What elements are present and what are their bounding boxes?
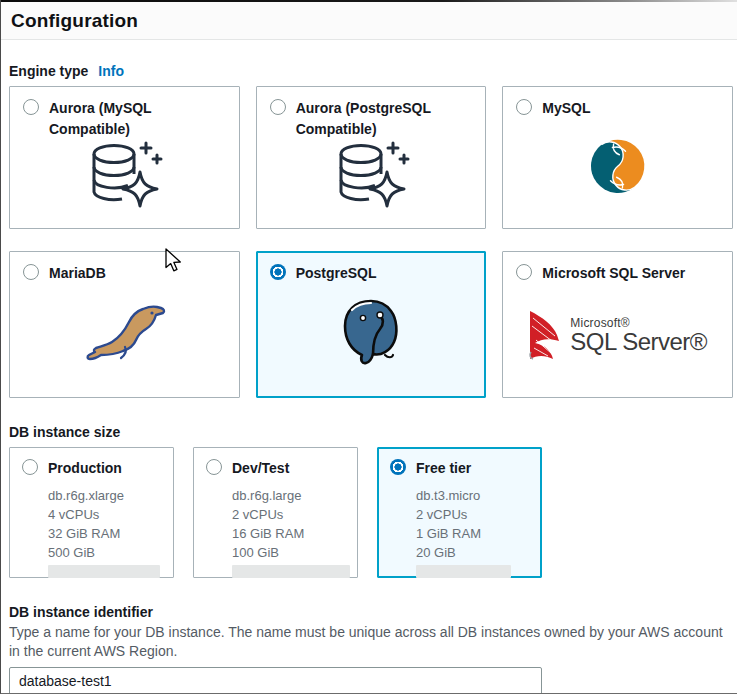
- db-instance-size-label: DB instance size: [9, 424, 733, 440]
- spec-instance-class: db.r6g.xlarge: [48, 486, 161, 505]
- radio-mariadb[interactable]: [23, 264, 39, 280]
- spec-vcpus: 2 vCPUs: [232, 505, 345, 524]
- radio-production[interactable]: [22, 459, 38, 475]
- radio-aurora-postgresql[interactable]: [270, 99, 286, 115]
- redacted-price-text: [232, 565, 350, 578]
- db-instance-identifier-label: DB instance identifier: [9, 604, 733, 620]
- size-option-label: Free tier: [416, 458, 471, 479]
- size-option-dev-test[interactable]: Dev/Test db.r6g.large 2 vCPUs 16 GiB RAM…: [193, 447, 358, 578]
- engine-option-label: Aurora (MySQL Compatible): [49, 98, 226, 140]
- engine-option-label: Aurora (PostgreSQL Compatible): [296, 98, 473, 140]
- radio-aurora-mysql[interactable]: [23, 99, 39, 115]
- spec-ram: 1 GiB RAM: [416, 524, 529, 543]
- size-option-label: Production: [48, 458, 122, 479]
- engine-option-mysql[interactable]: MySQL: [502, 86, 733, 229]
- mysql-dolphin-icon: [589, 137, 647, 199]
- page-title: Configuration: [11, 10, 727, 32]
- sqlserver-product-text: SQL Server®: [570, 330, 707, 354]
- sqlserver-brand-text: Microsoft®: [570, 317, 707, 329]
- engine-option-aurora-mysql[interactable]: Aurora (MySQL Compatible): [9, 86, 240, 229]
- spec-instance-class: db.t3.micro: [416, 486, 529, 505]
- size-option-label: Dev/Test: [232, 458, 289, 479]
- aurora-icon: [84, 140, 164, 218]
- engine-option-label: MySQL: [542, 98, 590, 119]
- configuration-header: Configuration: [1, 2, 737, 40]
- db-instance-identifier-input[interactable]: [9, 667, 542, 694]
- engine-type-options: Aurora (MySQL Compatible): [9, 86, 733, 398]
- spec-instance-class: db.r6g.large: [232, 486, 345, 505]
- spec-storage: 20 GiB: [416, 543, 529, 562]
- spec-storage: 100 GiB: [232, 543, 345, 562]
- engine-option-label: PostgreSQL: [296, 263, 377, 284]
- redacted-price-text: [416, 565, 511, 578]
- spec-storage: 500 GiB: [48, 543, 161, 562]
- engine-option-label: Microsoft SQL Server: [542, 263, 685, 284]
- engine-option-postgresql[interactable]: PostgreSQL: [256, 251, 487, 398]
- postgresql-elephant-icon: [338, 298, 404, 372]
- size-option-free-tier[interactable]: Free tier db.t3.micro 2 vCPUs 1 GiB RAM …: [377, 447, 542, 578]
- engine-type-label: Engine type: [9, 63, 88, 79]
- engine-option-mariadb[interactable]: MariaDB: [9, 251, 240, 398]
- redacted-price-text: [48, 565, 160, 578]
- engine-option-sqlserver[interactable]: Microsoft SQL Server Microsoft® SQL Serv…: [502, 251, 733, 398]
- sqlserver-logo-icon: Microsoft® SQL Server®: [528, 310, 707, 360]
- radio-free-tier[interactable]: [390, 459, 406, 475]
- spec-ram: 32 GiB RAM: [48, 524, 161, 543]
- engine-option-label: MariaDB: [49, 263, 106, 284]
- db-instance-size-options: Production db.r6g.xlarge 4 vCPUs 32 GiB …: [9, 447, 733, 578]
- db-instance-identifier-description: Type a name for your DB instance. The na…: [9, 623, 733, 661]
- aurora-icon: [331, 140, 411, 218]
- radio-postgresql[interactable]: [270, 264, 286, 280]
- mariadb-sealion-icon: [76, 301, 172, 369]
- spec-vcpus: 2 vCPUs: [416, 505, 529, 524]
- radio-sqlserver[interactable]: [516, 264, 532, 280]
- spec-ram: 16 GiB RAM: [232, 524, 345, 543]
- radio-mysql[interactable]: [516, 99, 532, 115]
- radio-dev-test[interactable]: [206, 459, 222, 475]
- size-option-production[interactable]: Production db.r6g.xlarge 4 vCPUs 32 GiB …: [9, 447, 174, 578]
- engine-type-info-link[interactable]: Info: [98, 63, 124, 79]
- spec-vcpus: 4 vCPUs: [48, 505, 161, 524]
- engine-option-aurora-postgresql[interactable]: Aurora (PostgreSQL Compatible): [256, 86, 487, 229]
